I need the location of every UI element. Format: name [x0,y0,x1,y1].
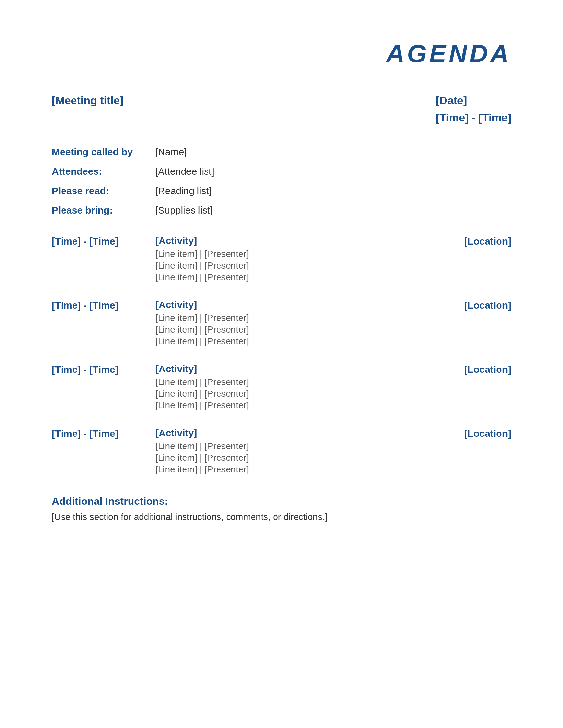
info-section: Meeting called by [Name] Attendees: [Att… [52,147,511,216]
please-read-value: [Reading list] [155,185,211,196]
schedule-line-item-1-2: [Line item] | [Presenter] [155,260,427,271]
schedule-location-4: [Location] [427,427,511,439]
info-row-please-bring: Please bring: [Supplies list] [52,205,511,216]
time-range-label: [Time] - [Time] [436,111,511,124]
schedule-line-item-3-2: [Line item] | [Presenter] [155,389,427,399]
date-time-block: [Date] [Time] - [Time] [436,94,511,124]
schedule-row-3: [Time] - [Time][Activity][Line item] | [… [52,363,511,412]
schedule-line-item-1-1: [Line item] | [Presenter] [155,249,427,259]
header: AGENDA [52,39,511,68]
schedule-line-item-4-2: [Line item] | [Presenter] [155,453,427,463]
schedule-line-item-2-1: [Line item] | [Presenter] [155,313,427,323]
attendees-value: [Attendee list] [155,166,214,177]
schedule-line-item-3-3: [Line item] | [Presenter] [155,400,427,411]
schedule-activity-4: [Activity] [155,427,427,438]
attendees-label: Attendees: [52,166,155,177]
schedule-content-1: [Activity][Line item] | [Presenter][Line… [155,235,427,284]
schedule-row-4: [Time] - [Time][Activity][Line item] | [… [52,427,511,476]
schedule-row-1: [Time] - [Time][Activity][Line item] | [… [52,235,511,284]
additional-section: Additional Instructions: [Use this secti… [52,495,511,522]
date-label: [Date] [436,94,511,107]
schedule-location-3: [Location] [427,363,511,375]
schedule-content-4: [Activity][Line item] | [Presenter][Line… [155,427,427,476]
agenda-title: AGENDA [386,39,511,68]
called-by-label: Meeting called by [52,147,155,158]
meeting-meta: [Meeting title] [Date] [Time] - [Time] [52,94,511,124]
schedule-line-item-2-3: [Line item] | [Presenter] [155,336,427,347]
please-bring-label: Please bring: [52,205,155,216]
schedule-line-item-4-1: [Line item] | [Presenter] [155,441,427,451]
page: AGENDA [Meeting title] [Date] [Time] - [… [0,0,563,728]
schedule-line-item-3-1: [Line item] | [Presenter] [155,377,427,387]
schedule-location-2: [Location] [427,299,511,311]
schedule-activity-3: [Activity] [155,363,427,374]
schedule-location-1: [Location] [427,235,511,247]
schedule-time-4: [Time] - [Time] [52,427,155,439]
schedule-activity-1: [Activity] [155,235,427,246]
schedule-row-2: [Time] - [Time][Activity][Line item] | [… [52,299,511,348]
schedule-time-2: [Time] - [Time] [52,299,155,311]
info-row-please-read: Please read: [Reading list] [52,185,511,196]
additional-text: [Use this section for additional instruc… [52,512,511,522]
schedule-section: [Time] - [Time][Activity][Line item] | [… [52,235,511,476]
schedule-line-item-4-3: [Line item] | [Presenter] [155,464,427,475]
schedule-activity-2: [Activity] [155,299,427,310]
schedule-time-1: [Time] - [Time] [52,235,155,247]
additional-title: Additional Instructions: [52,495,511,507]
schedule-content-2: [Activity][Line item] | [Presenter][Line… [155,299,427,348]
schedule-line-item-2-2: [Line item] | [Presenter] [155,325,427,335]
schedule-line-item-1-3: [Line item] | [Presenter] [155,272,427,282]
meeting-title-label: [Meeting title] [52,94,123,107]
info-row-attendees: Attendees: [Attendee list] [52,166,511,177]
please-bring-value: [Supplies list] [155,205,213,216]
schedule-content-3: [Activity][Line item] | [Presenter][Line… [155,363,427,412]
schedule-time-3: [Time] - [Time] [52,363,155,375]
called-by-value: [Name] [155,147,187,158]
info-row-called-by: Meeting called by [Name] [52,147,511,158]
please-read-label: Please read: [52,185,155,196]
